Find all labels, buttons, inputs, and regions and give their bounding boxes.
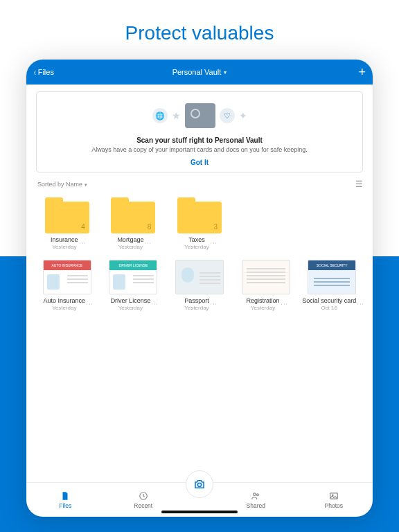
folder-item[interactable]: 3 TaxesYesterday⋮	[168, 195, 231, 250]
card-icon: AUTO INSURANCE	[43, 260, 91, 294]
nav-title-label: Personal Vault	[172, 68, 222, 76]
more-icon[interactable]: ⋮	[81, 240, 84, 247]
more-icon[interactable]: ⋮	[88, 301, 91, 308]
folder-item[interactable]: 8 MortgageYesterday⋮	[103, 195, 165, 250]
folder-count: 8	[148, 223, 152, 231]
tab-label: Files	[59, 502, 71, 509]
file-item[interactable]: SOCIAL SECURITY Social security cardOct …	[301, 256, 363, 311]
item-name: Social security card	[302, 297, 356, 304]
file-item[interactable]: AUTO INSURANCE Auto InsuranceYesterday⋮	[36, 256, 98, 311]
nav-title-button[interactable]: Personal Vault ▾	[89, 68, 310, 76]
tab-label: Shared	[247, 502, 265, 509]
svg-point-1	[254, 493, 256, 495]
folder-item[interactable]: 4 InsuranceYesterday⋮	[36, 195, 98, 250]
more-icon[interactable]: ⋮	[212, 240, 215, 247]
card-icon: DRIVER LICENSE	[109, 260, 157, 294]
people-icon	[249, 491, 262, 501]
tab-label: Recent	[134, 502, 152, 509]
more-icon[interactable]: ⋮	[212, 301, 215, 308]
item-date: Yesterday	[51, 244, 78, 250]
sort-row: Sorted by Name ▾ ☰	[37, 179, 362, 189]
home-indicator	[161, 511, 238, 513]
item-date: Yesterday	[184, 244, 209, 250]
more-icon[interactable]: ⋮	[146, 240, 149, 247]
star-icon: ★	[172, 110, 181, 121]
folder-count: 3	[213, 223, 218, 231]
camera-button[interactable]	[186, 470, 213, 498]
document-icon	[242, 260, 290, 294]
tab-recent[interactable]: Recent	[105, 491, 183, 509]
folder-icon: 8	[111, 202, 155, 233]
star-icon: ✦	[239, 110, 247, 121]
tab-label: Photos	[325, 502, 343, 509]
item-date: Yesterday	[44, 305, 86, 311]
item-name: Passport	[184, 297, 209, 304]
items-grid: 4 InsuranceYesterday⋮ 8 MortgageYesterda…	[36, 195, 363, 311]
banner-cta-button[interactable]: Got It	[48, 159, 351, 166]
svg-point-5	[197, 483, 201, 486]
back-label: Files	[38, 68, 54, 76]
item-date: Yesterday	[111, 305, 151, 311]
promo-banner: 🌐 ★ ♡ ✦ Scan your stuff right to Persona…	[36, 91, 363, 172]
navbar: ‹ Files Personal Vault ▾ +	[26, 60, 373, 85]
passport-icon	[175, 260, 224, 294]
item-name: Mortgage	[117, 236, 143, 243]
item-name: Auto Insurance	[44, 297, 86, 304]
heart-icon: ♡	[220, 108, 235, 123]
sort-button[interactable]: Sorted by Name ▾	[37, 181, 87, 188]
tab-photos[interactable]: Photos	[295, 491, 373, 509]
more-icon[interactable]: ⋮	[359, 301, 362, 308]
back-button[interactable]: ‹ Files	[33, 66, 89, 78]
item-name: Driver License	[111, 297, 151, 304]
item-name: Taxes	[184, 236, 209, 243]
banner-illustration: 🌐 ★ ♡ ✦	[48, 99, 351, 132]
content-area: 🌐 ★ ♡ ✦ Scan your stuff right to Persona…	[26, 85, 373, 482]
chevron-down-icon: ▾	[224, 69, 227, 76]
folder-icon: 4	[45, 202, 89, 233]
card-icon: SOCIAL SECURITY	[308, 260, 356, 294]
banner-heading: Scan your stuff right to Personal Vault	[48, 136, 351, 144]
folder-count: 4	[81, 223, 85, 231]
chevron-left-icon: ‹	[34, 66, 36, 78]
svg-point-2	[257, 493, 259, 495]
view-options-icon[interactable]: ☰	[355, 179, 362, 189]
more-icon[interactable]: ⋮	[153, 301, 156, 308]
camera-icon	[193, 478, 206, 490]
tab-shared[interactable]: Shared	[217, 491, 295, 509]
banner-subtext: Always have a copy of your important car…	[48, 146, 351, 153]
more-icon[interactable]: ⋮	[283, 301, 285, 308]
chevron-down-icon: ▾	[85, 182, 87, 187]
file-icon	[59, 491, 71, 501]
item-date: Yesterday	[117, 244, 143, 250]
item-date: Yesterday	[247, 305, 280, 311]
hero-title: Protect valuables	[0, 0, 399, 44]
item-date: Yesterday	[184, 305, 209, 311]
image-icon	[328, 491, 340, 501]
tablet-frame: ‹ Files Personal Vault ▾ + 🌐 ★ ♡ ✦ Scan …	[26, 60, 373, 517]
clock-icon	[137, 491, 150, 501]
file-item[interactable]: PassportYesterday⋮	[168, 256, 231, 311]
item-date: Oct 16	[302, 305, 356, 311]
folder-icon: 3	[177, 202, 222, 233]
safe-icon	[185, 103, 215, 128]
file-item[interactable]: RegistrationYesterday⋮	[235, 256, 297, 311]
file-item[interactable]: DRIVER LICENSE Driver LicenseYesterday⋮	[103, 256, 165, 311]
tab-files[interactable]: Files	[26, 491, 105, 509]
globe-icon: 🌐	[152, 108, 168, 123]
item-name: Registration	[247, 297, 280, 304]
add-button[interactable]: +	[310, 65, 366, 80]
item-name: Insurance	[51, 236, 78, 243]
sort-label: Sorted by Name	[37, 181, 82, 188]
